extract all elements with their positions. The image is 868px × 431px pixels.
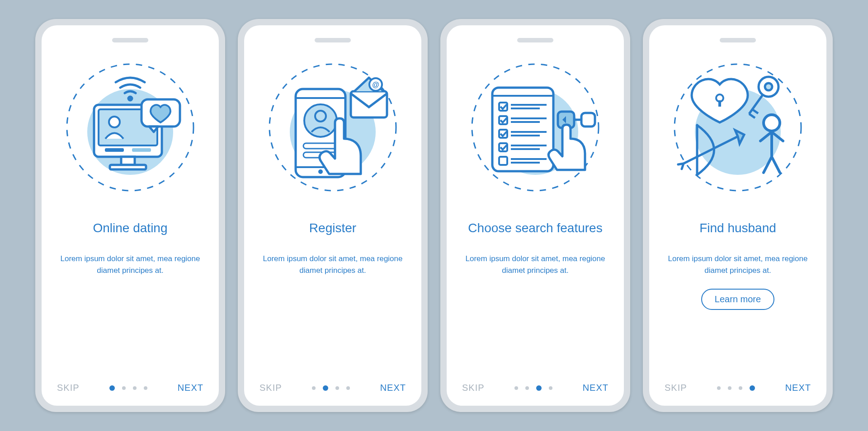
next-button[interactable]: NEXT xyxy=(380,383,406,393)
svg-point-57 xyxy=(764,115,780,131)
page-dot xyxy=(144,386,147,390)
page-dot xyxy=(750,385,755,391)
svg-point-7 xyxy=(109,117,120,127)
onboarding-footer: SKIP NEXT xyxy=(259,383,406,393)
page-indicator xyxy=(717,385,755,391)
svg-point-16 xyxy=(318,169,323,174)
page-dot xyxy=(133,386,137,390)
screen-title: Find husband xyxy=(699,211,776,244)
page-dot xyxy=(335,386,339,390)
page-dot xyxy=(312,386,316,390)
onboarding-footer: SKIP NEXT xyxy=(665,383,811,393)
speaker-notch xyxy=(517,38,553,42)
page-dot xyxy=(728,386,731,390)
page-dot xyxy=(514,386,518,390)
speaker-notch xyxy=(720,38,756,42)
screen-title: Register xyxy=(309,211,356,244)
illustration-register: @ xyxy=(265,60,401,195)
page-dot xyxy=(549,386,552,390)
onboarding-screen-2: @ Register Lorem ipsum dolor sit amet, m… xyxy=(244,25,421,406)
page-dot xyxy=(739,386,742,390)
skip-button[interactable]: SKIP xyxy=(462,383,485,393)
svg-text:@: @ xyxy=(372,81,379,89)
page-dot xyxy=(536,385,542,391)
phone-frame: @ Register Lorem ipsum dolor sit amet, m… xyxy=(238,19,428,412)
next-button[interactable]: NEXT xyxy=(178,383,203,393)
onboarding-footer: SKIP NEXT xyxy=(462,383,609,393)
screen-description: Lorem ipsum dolor sit amet, mea regione … xyxy=(259,253,406,276)
screen-description: Lorem ipsum dolor sit amet, mea regione … xyxy=(57,253,203,276)
learn-more-button[interactable]: Learn more xyxy=(701,289,774,310)
skip-button[interactable]: SKIP xyxy=(259,383,282,393)
page-dot xyxy=(122,386,126,390)
svg-rect-19 xyxy=(303,143,338,149)
phone-frame: Online dating Lorem ipsum dolor sit amet… xyxy=(35,19,225,412)
page-indicator xyxy=(514,385,552,391)
svg-rect-9 xyxy=(132,148,151,152)
onboarding-stage: Online dating Lorem ipsum dolor sit amet… xyxy=(22,5,846,426)
svg-rect-5 xyxy=(121,157,135,165)
screen-title: Online dating xyxy=(93,211,167,244)
phone-frame: Find husband Lorem ipsum dolor sit amet,… xyxy=(643,19,833,412)
page-dot xyxy=(323,385,328,391)
onboarding-screen-4: Find husband Lorem ipsum dolor sit amet,… xyxy=(649,25,826,406)
page-dot xyxy=(346,386,350,390)
svg-rect-40 xyxy=(499,157,507,165)
illustration-find-husband xyxy=(670,60,806,195)
svg-rect-6 xyxy=(110,165,146,169)
screen-description: Lorem ipsum dolor sit amet, mea regione … xyxy=(462,253,609,276)
svg-point-51 xyxy=(765,83,772,90)
page-dot xyxy=(717,386,721,390)
next-button[interactable]: NEXT xyxy=(785,383,811,393)
page-dot xyxy=(109,385,115,391)
svg-rect-49 xyxy=(718,100,721,107)
onboarding-screen-3: Choose search features Lorem ipsum dolor… xyxy=(447,25,624,406)
screen-description: Lorem ipsum dolor sit amet, mea regione … xyxy=(665,253,811,276)
phone-frame: Choose search features Lorem ipsum dolor… xyxy=(440,19,630,412)
svg-rect-21 xyxy=(351,91,387,117)
svg-rect-8 xyxy=(105,148,124,152)
speaker-notch xyxy=(315,38,351,42)
skip-button[interactable]: SKIP xyxy=(665,383,687,393)
onboarding-screen-1: Online dating Lorem ipsum dolor sit amet… xyxy=(42,25,219,406)
onboarding-footer: SKIP NEXT xyxy=(57,383,203,393)
page-indicator xyxy=(312,385,350,391)
speaker-notch xyxy=(112,38,148,42)
skip-button[interactable]: SKIP xyxy=(57,383,80,393)
next-button[interactable]: NEXT xyxy=(583,383,609,393)
screen-title: Choose search features xyxy=(468,211,602,244)
page-dot xyxy=(525,386,529,390)
svg-point-2 xyxy=(128,97,132,100)
illustration-online-dating xyxy=(62,60,198,195)
svg-rect-45 xyxy=(581,113,595,126)
illustration-search-features xyxy=(467,60,603,195)
page-indicator xyxy=(109,385,147,391)
